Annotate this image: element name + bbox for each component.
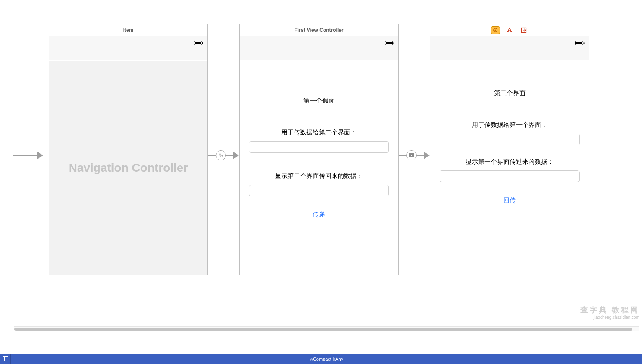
size-class-bar[interactable]: wCompact hAny [0, 354, 642, 364]
watermark-line2: jiaocheng.chazidian.com [580, 315, 639, 320]
scene-body[interactable]: 第一个假面 用于传数据给第二个界面： 显示第二个界面传回来的数据： 传递 [240, 61, 398, 275]
svg-rect-8 [393, 42, 394, 44]
svg-rect-16 [584, 42, 585, 44]
nav-controller-placeholder: Navigation Controller [49, 61, 207, 275]
w-value: Compact [313, 356, 331, 361]
svg-point-12 [494, 29, 496, 31]
exit-icon[interactable] [519, 26, 528, 34]
battery-icon [194, 39, 203, 47]
svg-point-3 [219, 154, 221, 155]
show-data-textfield[interactable] [440, 170, 580, 182]
show-data-textfield[interactable] [249, 185, 389, 196]
show-segue-icon [409, 153, 414, 158]
h-value: Any [335, 356, 343, 361]
segue-badge-root[interactable] [216, 150, 226, 160]
navigation-bar[interactable] [49, 36, 207, 60]
heading-label: 第二个界面 [430, 89, 589, 97]
scene-navigation-controller[interactable]: Item Navigation Controller [49, 24, 208, 275]
horizontal-scrollbar[interactable] [14, 326, 639, 331]
arrow-head-icon [233, 152, 239, 159]
scrollbar-thumb[interactable] [14, 328, 632, 331]
nav-controller-placeholder-text: Navigation Controller [69, 161, 188, 175]
arrow-head-icon [37, 152, 43, 159]
first-responder-icon[interactable] [505, 26, 514, 34]
watermark: 查字典 教程网 jiaocheng.chazidian.com [580, 305, 639, 320]
scene-second-view-controller[interactable]: 第二个界面 用于传数据给第一个界面： 显示第一个界面传过来的数据： 回传 [430, 24, 589, 275]
svg-rect-2 [202, 42, 203, 44]
scene-body[interactable]: 第二个界面 用于传数据给第一个界面： 显示第一个界面传过来的数据： 回传 [430, 61, 589, 275]
return-button[interactable]: 回传 [430, 196, 589, 204]
arrow-line [13, 155, 38, 156]
svg-rect-15 [576, 42, 582, 44]
storyboard-canvas[interactable]: Item Navigation Controller First View Co… [0, 0, 642, 331]
show-data-label: 显示第二个界面传回来的数据： [240, 172, 398, 180]
battery-icon [385, 39, 394, 47]
segue-badge-show[interactable] [406, 150, 417, 160]
scene-title-bar[interactable] [430, 24, 589, 36]
navigation-bar[interactable] [430, 36, 589, 60]
view-controller-icon[interactable] [491, 26, 500, 34]
svg-rect-17 [3, 357, 8, 361]
relationship-icon [218, 153, 223, 158]
scene-title[interactable]: First View Controller [240, 24, 398, 36]
svg-rect-1 [195, 42, 201, 44]
pass-data-textfield[interactable] [249, 141, 389, 153]
pass-data-textfield[interactable] [440, 134, 580, 145]
heading-label: 第一个假面 [240, 97, 398, 105]
watermark-line1: 查字典 教程网 [580, 305, 639, 315]
svg-rect-7 [386, 42, 392, 44]
svg-rect-9 [410, 154, 414, 157]
pass-data-label: 用于传数据给第一个界面： [430, 121, 589, 129]
svg-rect-10 [411, 155, 413, 157]
navigation-bar[interactable] [240, 36, 398, 60]
arrow-head-icon [424, 152, 430, 159]
battery-icon [575, 39, 585, 47]
toggle-outline-button[interactable] [0, 354, 11, 364]
show-data-label: 显示第一个界面传过来的数据： [430, 158, 589, 166]
scene-first-view-controller[interactable]: First View Controller 第一个假面 用于传数据给第二个界面：… [239, 24, 399, 275]
w-prefix: w [310, 356, 313, 361]
scene-title[interactable]: Item [49, 24, 207, 36]
initial-vc-arrow [13, 152, 43, 159]
send-button[interactable]: 传递 [240, 211, 398, 219]
pass-data-label: 用于传数据给第二个界面： [240, 129, 398, 137]
size-class-label[interactable]: wCompact hAny [11, 356, 642, 361]
